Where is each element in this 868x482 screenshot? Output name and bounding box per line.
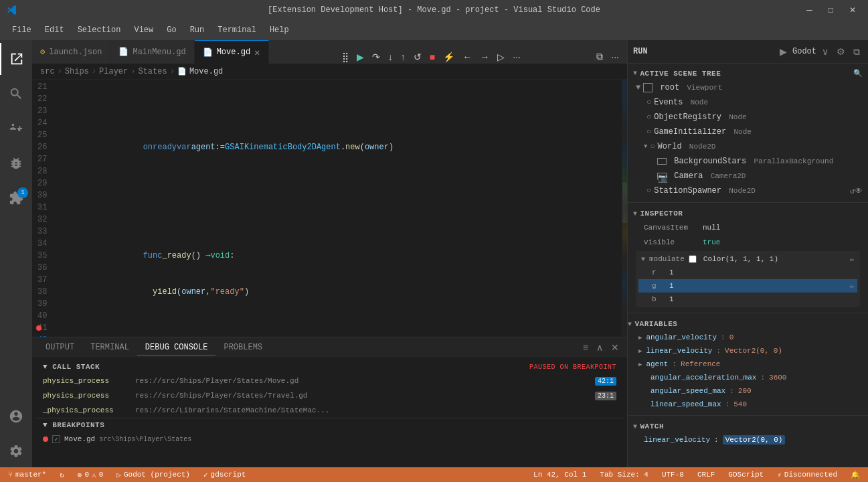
maximize-button[interactable]: □ bbox=[823, 4, 839, 16]
tree-node-gameinitializer[interactable]: ○ GameInitializer Node bbox=[633, 125, 863, 139]
panel-filter-btn[interactable]: ≡ bbox=[580, 341, 591, 354]
inspector-g-row[interactable]: g 1 ✏ bbox=[638, 279, 857, 293]
tab-terminal[interactable]: TERMINAL bbox=[82, 340, 137, 355]
var-expand-agent[interactable]: ▶ bbox=[638, 361, 642, 368]
tab-debug-console[interactable]: DEBUG CONSOLE bbox=[137, 340, 216, 355]
run-collapse-btn[interactable]: ⧉ bbox=[851, 45, 863, 59]
menu-terminal[interactable]: Terminal bbox=[212, 23, 262, 37]
call-stack-row-0[interactable]: physics_process res://src/Ships/Player/S… bbox=[35, 374, 624, 388]
vscode-icon bbox=[7, 5, 17, 15]
tab-move-gd[interactable]: 📄 Move.gd ✕ bbox=[195, 40, 269, 64]
status-notifications[interactable]: 🔔 bbox=[848, 471, 863, 479]
tab-icon-launch: ⚙ bbox=[40, 47, 45, 57]
status-gdscript[interactable]: ✓ gdscript bbox=[201, 471, 248, 479]
split-editor-btn[interactable]: ⧉ bbox=[594, 50, 606, 64]
inspector-expand-arrow[interactable]: ▼ bbox=[641, 256, 645, 263]
run-settings-btn[interactable]: ⚙ bbox=[834, 45, 848, 58]
menu-file[interactable]: File bbox=[7, 23, 37, 37]
debug-step-out-btn[interactable]: ↑ bbox=[398, 50, 408, 64]
debug-step-over-btn[interactable]: ↷ bbox=[369, 50, 383, 64]
breadcrumb-src[interactable]: src bbox=[40, 67, 55, 76]
panel-close-btn[interactable]: ✕ bbox=[608, 341, 622, 354]
tree-stationspawner-eye[interactable]: 👁 bbox=[855, 186, 863, 196]
scene-tree-search-icon[interactable]: 🔍 bbox=[853, 69, 863, 78]
tree-node-bgstars[interactable]: BackgroundStars ParallaxBackground bbox=[633, 154, 863, 169]
status-line-col[interactable]: Ln 42, Col 1 bbox=[531, 471, 589, 479]
editor-more-btn[interactable]: ··· bbox=[608, 50, 622, 64]
activity-explorer[interactable] bbox=[0, 43, 32, 75]
activity-debug[interactable] bbox=[0, 147, 32, 179]
debug-forward-btn[interactable]: → bbox=[477, 50, 492, 64]
panel-divider-2 bbox=[628, 313, 868, 313]
tree-node-stationspawner[interactable]: ○ StationSpawner Node2D ↺ 👁 bbox=[633, 183, 863, 198]
bottom-panel-content: ▼ CALL STACK PAUSED ON BREAKPOINT physic… bbox=[32, 357, 627, 467]
tab-output[interactable]: OUTPUT bbox=[37, 340, 82, 355]
inspector-header[interactable]: ▼ INSPECTOR bbox=[633, 207, 863, 220]
status-branch[interactable]: ⑂ master* bbox=[5, 471, 49, 479]
tree-node-root[interactable]: ▼ root Viewport bbox=[633, 80, 863, 95]
activity-settings[interactable] bbox=[0, 435, 32, 467]
debug-step-into-btn[interactable]: ↓ bbox=[385, 50, 396, 64]
menu-go[interactable]: Go bbox=[161, 23, 181, 37]
inspector-b-label: b bbox=[652, 295, 665, 303]
menu-help[interactable]: Help bbox=[264, 23, 294, 37]
activity-extensions[interactable]: 1 bbox=[0, 182, 32, 214]
title-bar-left bbox=[7, 5, 17, 15]
status-encoding[interactable]: UTF-8 bbox=[659, 471, 687, 479]
status-errors[interactable]: ⊗ 0 ⚠ 0 bbox=[75, 471, 106, 479]
variables-header[interactable]: ▼ VARIABLES bbox=[628, 317, 868, 331]
inspector-edit-btn[interactable]: ✏ bbox=[850, 254, 855, 264]
debug-hot-exit-btn[interactable]: ⚡ bbox=[440, 50, 457, 64]
status-line-ending[interactable]: CRLF bbox=[695, 471, 717, 479]
debug-continue-btn[interactable]: ▶ bbox=[354, 50, 367, 64]
status-disconnected[interactable]: ⚡ Disconnected bbox=[774, 471, 840, 479]
scene-tree-header[interactable]: ▼ ACTIVE SCENE TREE 🔍 bbox=[633, 66, 863, 80]
tab-close-move[interactable]: ✕ bbox=[254, 47, 260, 58]
minimize-button[interactable]: ─ bbox=[801, 4, 818, 16]
run-start-btn[interactable]: ▶ bbox=[777, 45, 790, 58]
code-editor[interactable]: 21 22 23 24 25 26 27 28 29 30 31 32 33 3… bbox=[32, 80, 627, 337]
activity-source-control[interactable] bbox=[0, 112, 32, 145]
var-expand-linear[interactable]: ▶ bbox=[638, 347, 642, 355]
tree-node-events[interactable]: ○ Events Node bbox=[633, 95, 863, 110]
inspector-modulate-row: ▼ modulate Color(1, 1, 1, 1) ✏ bbox=[638, 252, 857, 266]
debug-back-btn[interactable]: ← bbox=[460, 50, 474, 64]
breakpoint-row-0[interactable]: ✓ Move.gd src\Ships\Player\States bbox=[35, 432, 624, 447]
call-stack-row-2[interactable]: _physics_process res://src/Libraries/Sta… bbox=[35, 403, 624, 418]
status-sync[interactable]: ↻ bbox=[57, 471, 67, 479]
var-expand-angular[interactable]: ▶ bbox=[638, 334, 642, 341]
menu-selection[interactable]: Selection bbox=[72, 23, 126, 37]
run-dropdown-btn[interactable]: ∨ bbox=[819, 45, 831, 58]
menu-view[interactable]: View bbox=[128, 23, 159, 37]
panel-collapse-btn[interactable]: ∧ bbox=[594, 341, 606, 354]
tree-node-camera[interactable]: 📷 Camera Camera2D bbox=[633, 169, 863, 183]
status-godot-debug[interactable]: ▷ Godot (project) bbox=[114, 471, 193, 479]
breadcrumb-ships[interactable]: Ships bbox=[65, 67, 89, 76]
debug-more-btn[interactable]: ··· bbox=[510, 50, 523, 64]
debug-layout-btn[interactable]: ⣿ bbox=[339, 50, 351, 64]
breadcrumb-player[interactable]: Player bbox=[99, 67, 128, 76]
breadcrumb-states[interactable]: States bbox=[138, 67, 167, 76]
status-language[interactable]: GDScript bbox=[725, 471, 766, 479]
tab-problems[interactable]: PROBLEMS bbox=[215, 340, 270, 355]
tab-launch-json[interactable]: ⚙ launch.json bbox=[32, 40, 110, 64]
tree-stationspawner-refresh[interactable]: ↺ bbox=[850, 186, 855, 196]
status-tab-size[interactable]: Tab Size: 4 bbox=[597, 471, 651, 479]
debug-restart-btn[interactable]: ↺ bbox=[411, 50, 424, 64]
tab-mainmenu[interactable]: 📄 MainMenu.gd bbox=[110, 40, 194, 64]
debug-play-btn[interactable]: ▷ bbox=[495, 50, 507, 64]
breakpoint-checkbox[interactable]: ✓ bbox=[52, 435, 60, 443]
activity-search[interactable] bbox=[0, 78, 32, 110]
close-button[interactable]: ✕ bbox=[844, 4, 861, 16]
tree-node-objectregistry[interactable]: ○ ObjectRegistry Node bbox=[633, 110, 863, 125]
minimap-viewport[interactable] bbox=[622, 183, 627, 223]
activity-accounts[interactable] bbox=[0, 400, 32, 432]
debug-stop-btn[interactable]: ■ bbox=[427, 50, 438, 64]
menu-edit[interactable]: Edit bbox=[39, 23, 70, 37]
breadcrumb-move-gd[interactable]: Move.gd bbox=[189, 67, 223, 76]
call-stack-row-1[interactable]: physics_process res://src/Ships/Player/S… bbox=[35, 388, 624, 403]
inspector-g-edit[interactable]: ✏ bbox=[850, 281, 855, 291]
menu-run[interactable]: Run bbox=[185, 23, 210, 37]
tree-node-world[interactable]: ▼ ○ World Node2D bbox=[633, 139, 863, 154]
watch-header[interactable]: ▼ WATCH bbox=[633, 420, 863, 433]
